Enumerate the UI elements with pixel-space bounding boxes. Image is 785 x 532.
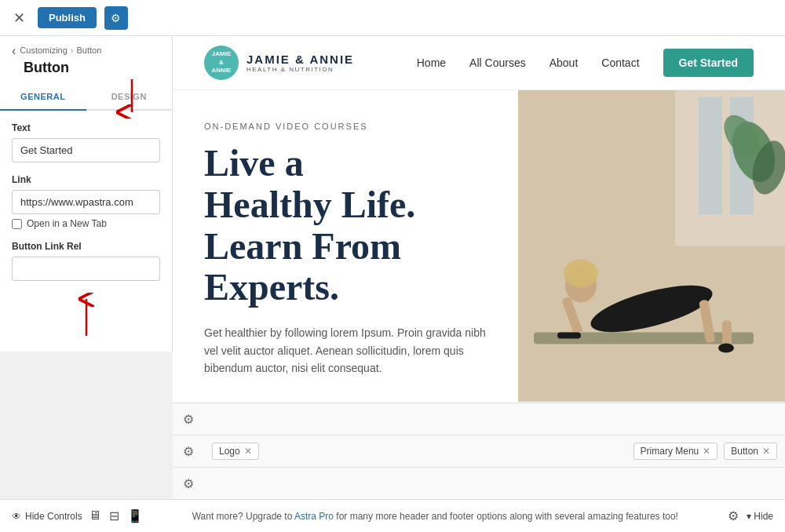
down-arrow-annotation: [116, 79, 148, 118]
breadcrumb-separator: ›: [71, 46, 74, 55]
hide-label: ▾ Hide: [747, 511, 773, 522]
logo-sub-text: HEALTH & NUTRITION: [246, 66, 354, 73]
hide-controls-label: Hide Controls: [25, 511, 82, 522]
link-label: Link: [12, 174, 160, 185]
back-button[interactable]: ‹: [12, 44, 16, 58]
builder-bar: ⚙ ⚙ Logo ✕ Primary Menu ✕ B: [173, 403, 785, 499]
tablet-icon[interactable]: ⊟: [109, 508, 119, 523]
link-input[interactable]: [12, 190, 160, 214]
button-tag-close[interactable]: ✕: [762, 446, 770, 457]
builder-row-1: ⚙: [173, 403, 785, 435]
svg-point-17: [718, 344, 734, 353]
new-tab-group: Open in a New Tab: [12, 218, 160, 229]
breadcrumb-parent: Customizing: [20, 46, 68, 55]
hero-text: ON-DEMAND VIDEO COURSES Live aHealthy Li…: [173, 90, 518, 402]
eye-icon: 👁: [12, 511, 21, 522]
row-content-1: [204, 415, 785, 423]
row-settings-2[interactable]: ⚙: [173, 435, 204, 467]
hero-section: ON-DEMAND VIDEO COURSES Live aHealthy Li…: [173, 90, 785, 402]
footer-left: 👁 Hide Controls 🖥 ⊟ 📱: [12, 508, 143, 523]
device-icons: 🖥 ⊟ 📱: [89, 508, 143, 523]
logo-text-block: JAMIE & ANNIE HEALTH & NUTRITION: [246, 53, 354, 73]
logo-tag: Logo ✕: [212, 443, 259, 460]
row-right-2: Primary Menu ✕ Button ✕: [626, 439, 785, 464]
nav-link-home[interactable]: Home: [417, 56, 446, 69]
button-tag: Button ✕: [724, 443, 777, 460]
primary-menu-tag: Primary Menu ✕: [633, 443, 718, 460]
button-link-rel-label: Button Link Rel: [12, 241, 160, 252]
hide-button[interactable]: ▾ Hide: [747, 511, 773, 522]
top-bar: ✕ Publish ⚙: [0, 0, 785, 36]
hero-image: [518, 90, 785, 402]
hero-label: ON-DEMAND VIDEO COURSES: [204, 122, 487, 131]
hero-image-svg: [518, 90, 785, 402]
upgrade-text: Want more? Upgrade to: [192, 511, 294, 522]
hero-title: Live aHealthy Life.Learn FromExperts.: [204, 143, 487, 308]
svg-rect-4: [699, 97, 722, 215]
breadcrumb: Customizing › Button: [20, 46, 101, 55]
upgrade-text-end: for many more header and footer options …: [334, 511, 678, 522]
topbar-settings-button[interactable]: ⚙: [104, 6, 128, 30]
astra-pro-link[interactable]: Astra Pro: [294, 511, 334, 522]
desktop-icon[interactable]: 🖥: [89, 508, 101, 523]
row-content-2: Logo ✕: [204, 439, 626, 464]
sidebar-content: Text Link Open in a New Tab Button Link …: [0, 111, 172, 352]
logo-main-text: JAMIE & ANNIE: [246, 53, 354, 66]
footer-settings-icon[interactable]: ⚙: [728, 508, 739, 523]
close-button[interactable]: ✕: [8, 7, 30, 29]
nav-link-about[interactable]: About: [550, 56, 579, 69]
text-input[interactable]: [12, 138, 160, 162]
button-tag-label: Button: [731, 446, 758, 457]
nav-get-started-button[interactable]: Get Started: [663, 49, 754, 77]
website-preview: JAMIE&ANNIE JAMIE & ANNIE HEALTH & NUTRI…: [173, 36, 785, 403]
new-tab-label: Open in a New Tab: [27, 218, 107, 229]
publish-button[interactable]: Publish: [38, 7, 97, 28]
footer-center: Want more? Upgrade to Astra Pro for many…: [192, 511, 678, 522]
primary-menu-tag-label: Primary Menu: [641, 446, 699, 457]
link-field-group: Link Open in a New Tab: [12, 174, 160, 229]
new-tab-checkbox[interactable]: [12, 219, 22, 229]
sidebar-wrapper: ‹ Customizing › Button Button GENERAL DE…: [0, 36, 173, 499]
logo-circle: JAMIE&ANNIE: [204, 46, 239, 80]
button-link-rel-input[interactable]: [12, 257, 160, 281]
text-field-group: Text: [12, 122, 160, 162]
footer-right: ⚙ ▾ Hide: [728, 508, 773, 523]
nav-link-contact[interactable]: Contact: [601, 56, 639, 69]
logo-tag-label: Logo: [219, 446, 240, 457]
nav-link-all-courses[interactable]: All Courses: [469, 56, 526, 69]
builder-row-2: ⚙ Logo ✕ Primary Menu ✕ Button ✕: [173, 435, 785, 468]
row-settings-3[interactable]: ⚙: [173, 468, 204, 499]
preview-wrapper: JAMIE&ANNIE JAMIE & ANNIE HEALTH & NUTRI…: [173, 36, 785, 499]
main-layout: ‹ Customizing › Button Button GENERAL DE…: [0, 36, 785, 499]
hide-controls-button[interactable]: 👁 Hide Controls: [12, 511, 82, 522]
preview-nav: JAMIE&ANNIE JAMIE & ANNIE HEALTH & NUTRI…: [173, 36, 785, 90]
logo-tag-close[interactable]: ✕: [244, 446, 252, 457]
up-arrow-annotation: [75, 293, 98, 340]
preview-nav-links: Home All Courses About Contact Get Start…: [417, 49, 754, 77]
breadcrumb-current: Button: [77, 46, 102, 55]
mobile-icon[interactable]: 📱: [127, 508, 143, 523]
row-settings-1[interactable]: ⚙: [173, 403, 204, 435]
tab-general[interactable]: GENERAL: [0, 84, 86, 111]
button-link-rel-group: Button Link Rel: [12, 241, 160, 281]
svg-rect-14: [557, 333, 581, 339]
footer-bar: 👁 Hide Controls 🖥 ⊟ 📱 Want more? Upgrade…: [0, 499, 785, 532]
text-label: Text: [12, 122, 160, 133]
svg-point-12: [564, 260, 598, 288]
primary-menu-tag-close[interactable]: ✕: [703, 446, 710, 457]
hero-description: Get healthier by following lorem Ipsum. …: [204, 324, 487, 377]
row-content-3: [204, 479, 785, 487]
preview-logo: JAMIE&ANNIE JAMIE & ANNIE HEALTH & NUTRI…: [204, 46, 354, 80]
sidebar-header: ‹ Customizing › Button Button: [0, 36, 172, 84]
builder-row-3: ⚙: [173, 468, 785, 499]
